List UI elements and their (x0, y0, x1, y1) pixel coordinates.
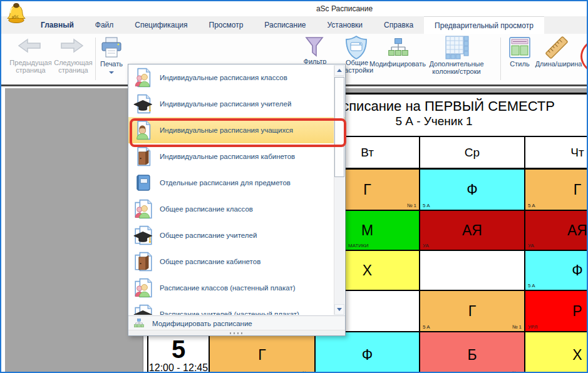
window-title: aSc Расписание (316, 4, 373, 13)
length-width-ruler-icon (544, 35, 570, 60)
dropdown-item-summary-classes[interactable]: Общее расписание классов (128, 196, 345, 222)
timetable-cell: Г5 A№ 1 (210, 332, 316, 373)
timetable-cell: Ф5 A (316, 332, 420, 373)
schedule-type-dropdown-panel: Индивидуальные расписания классов Индиви… (128, 64, 346, 336)
dropdown-list: Индивидуальные расписания классов Индиви… (128, 64, 345, 315)
classes-schedule-icon (133, 66, 153, 89)
modify-orgchart-small-icon (133, 318, 145, 329)
timetable-cell: АЯУА (420, 211, 525, 251)
tab-main[interactable]: Главный (30, 16, 85, 34)
teachers-poster-icon (133, 303, 153, 315)
next-page-arrow-icon (60, 38, 84, 54)
period-cell: 5 12:00 - 12:45 (148, 332, 210, 373)
filter-funnel-icon (304, 36, 324, 59)
teachers-schedule-icon (133, 93, 153, 115)
dropdown-item-summary-rooms[interactable]: Общее расписание кабинетов (128, 248, 345, 275)
dropdown-item-classes-poster[interactable]: Расписание классов (настенный плакат) (128, 275, 345, 301)
scrollbar-up-arrow-icon[interactable] (334, 65, 344, 76)
extra-columns-rows-grid-icon (445, 35, 470, 60)
dropdown-item-individual-rooms[interactable]: Индивидуальные расписания кабинетов (128, 143, 345, 170)
day-header: Чт (525, 137, 588, 170)
next-page-button[interactable]: Следующая страница (49, 59, 98, 74)
timetable-cell: БУБ№ 6 (420, 332, 525, 373)
dropdown-item-teachers-poster[interactable]: Расписание учителей (настенный плакат) (128, 301, 345, 315)
title-bar: aSc Расписание (1, 1, 587, 16)
subjects-schedule-icon (133, 171, 153, 194)
modify-button[interactable]: Модифицировать (368, 60, 427, 68)
timetable-cell: Г5 A (525, 170, 588, 211)
dropdown-item-individual-classes[interactable]: Индивидуальные расписания классов (128, 64, 345, 91)
tab-specification[interactable]: Спецификация (124, 16, 198, 34)
tab-timetable[interactable]: Расписание (254, 16, 316, 34)
dropdown-item-summary-teachers[interactable]: Общее расписание учителей (128, 222, 345, 248)
previous-page-arrow-icon (18, 38, 41, 54)
tab-settings[interactable]: Установки (317, 16, 373, 34)
ribbon-tab-bar: Главный Файл Спецификация Просмотр Распи… (1, 16, 587, 34)
tab-file[interactable]: Файл (85, 16, 125, 34)
timetable-cell: Ф5 A (525, 251, 588, 291)
timetable-cell: Х5 A (525, 332, 588, 373)
extra-columns-rows-button[interactable]: Дополнительные колонки/строки (425, 60, 488, 75)
timetable-cell (420, 251, 525, 291)
print-dropdown-caret-icon[interactable] (109, 71, 114, 74)
dropdown-item-subjects[interactable]: Отдельные расписания для предметов (128, 170, 345, 196)
dropdown-item-individual-students[interactable]: Индивидуальные расписания учащихся (128, 117, 345, 143)
timetable-cell: Ф5 A (420, 170, 525, 211)
tab-view[interactable]: Просмотр (199, 16, 254, 34)
day-header: Ср (420, 137, 525, 170)
timetable-cell: РУРЛ (525, 291, 588, 332)
timetable-cell: АЯУА (525, 211, 588, 251)
asc-bell-logo-icon: aSc (6, 3, 26, 24)
scrollbar-thumb[interactable] (334, 77, 344, 177)
teachers-summary-icon (133, 224, 153, 247)
classes-summary-icon (133, 198, 153, 220)
modify-timetable-footer-button[interactable]: Модифицировать расписание (128, 315, 345, 330)
tab-help[interactable]: Справка (373, 16, 424, 34)
print-button[interactable]: Печать (98, 60, 125, 68)
rooms-schedule-icon (133, 145, 153, 168)
tab-print-preview[interactable]: Предварительный просмотр (424, 16, 544, 34)
schedule-title: Расписание на ПЕРВЫЙ СЕМЕСТР (326, 98, 555, 115)
schedule-subtitle: 5 А - Ученик 1 (395, 115, 472, 128)
classes-poster-icon (133, 277, 153, 299)
rooms-summary-icon (133, 250, 153, 273)
style-icon (508, 36, 531, 59)
students-schedule-icon (133, 119, 153, 141)
dropdown-resize-grip[interactable] (128, 330, 345, 335)
dropdown-scrollbar[interactable] (334, 65, 344, 315)
modify-orgchart-icon (387, 36, 410, 59)
length-width-button[interactable]: Длина/ширина (534, 60, 584, 68)
scrollbar-down-arrow-icon[interactable] (334, 304, 344, 315)
asc-timetables-window: aSc Расписание aSc Главный Файл Специфик… (0, 0, 588, 373)
timetable-row: 5 12:00 - 12:45 Г5 A№ 1 Ф5 A БУБ№ 6 Х5 A (148, 332, 588, 373)
style-button[interactable]: Стиль (506, 60, 534, 68)
grip-dots-icon (230, 332, 244, 334)
svg-text:aSc: aSc (11, 14, 19, 20)
timetable-cell: Г5 A№ 1 (420, 291, 525, 332)
print-icon (100, 36, 123, 59)
dropdown-item-individual-teachers[interactable]: Индивидуальные расписания учителей (128, 91, 345, 117)
general-settings-shield-icon (344, 35, 368, 60)
